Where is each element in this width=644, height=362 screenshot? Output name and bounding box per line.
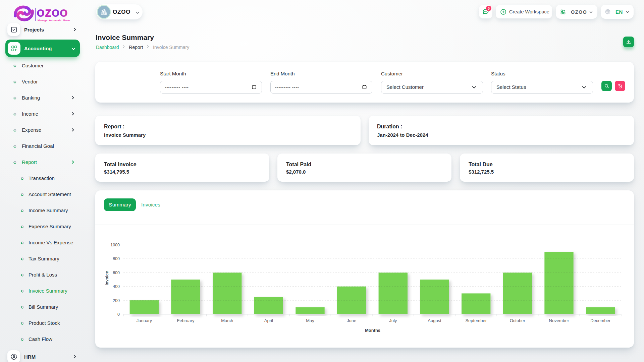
svg-text:May: May	[306, 318, 314, 323]
svg-text:December: December	[590, 318, 611, 323]
svg-text:October: October	[510, 318, 526, 323]
svg-text:September: September	[465, 318, 487, 323]
svg-text:Months: Months	[365, 328, 380, 333]
svg-text:July: July	[389, 318, 397, 323]
svg-text:800: 800	[113, 256, 120, 261]
svg-text:0: 0	[117, 312, 120, 317]
svg-text:600: 600	[113, 270, 120, 275]
svg-text:August: August	[428, 318, 441, 323]
svg-text:200: 200	[113, 298, 120, 303]
svg-text:January: January	[137, 318, 152, 323]
svg-text:April: April	[264, 318, 273, 323]
svg-text:400: 400	[113, 284, 120, 289]
svg-text:March: March	[221, 318, 233, 323]
svg-text:1000: 1000	[110, 243, 120, 247]
svg-text:November: November	[549, 318, 570, 323]
svg-text:February: February	[177, 318, 195, 323]
svg-text:June: June	[347, 318, 356, 323]
svg-text:Invoice: Invoice	[105, 271, 109, 285]
